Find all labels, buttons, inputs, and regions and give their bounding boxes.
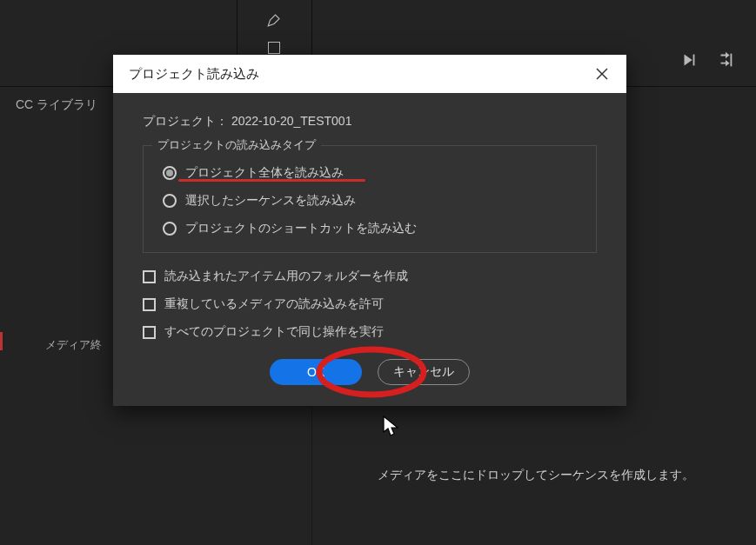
svg-rect-1 xyxy=(731,54,733,67)
radio-import-selected-sequences[interactable]: 選択したシーケンスを読み込み xyxy=(163,193,577,209)
transport-controls xyxy=(679,50,735,72)
radio-icon xyxy=(163,222,177,236)
cc-library-tab[interactable]: CC ライブラリ xyxy=(16,97,97,113)
svg-rect-0 xyxy=(693,55,695,66)
drop-media-hint: メディアをここにドロップしてシーケンスを作成します。 xyxy=(378,468,694,483)
checkbox-create-folder[interactable]: 読み込まれたアイテム用のフォルダーを作成 xyxy=(143,269,597,284)
radio-icon xyxy=(163,194,177,208)
cancel-button[interactable]: キャンセル xyxy=(378,359,470,385)
import-project-dialog: プロジェクト読み込み プロジェクト： 2022-10-20_TEST001 プロ… xyxy=(113,55,626,406)
checkbox-icon xyxy=(143,326,156,339)
checkbox-allow-duplicate-media[interactable]: 重複しているメディアの読み込みを許可 xyxy=(143,296,597,312)
annotation-underline xyxy=(178,179,365,182)
insert-icon[interactable] xyxy=(716,50,735,72)
ok-button[interactable]: OK xyxy=(270,359,362,385)
close-icon[interactable] xyxy=(590,62,614,86)
media-end-label: メディア終 xyxy=(45,337,102,353)
radio-icon xyxy=(163,166,177,180)
pen-tool-icon[interactable] xyxy=(261,7,287,33)
dialog-body: プロジェクト： 2022-10-20_TEST001 プロジェクトの読み込みタイ… xyxy=(113,93,626,406)
dialog-title: プロジェクト読み込み xyxy=(129,66,259,83)
radio-label: プロジェクトのショートカットを読み込む xyxy=(185,221,417,236)
checkbox-label: 重複しているメディアの読み込みを許可 xyxy=(164,296,384,312)
fieldset-legend: プロジェクトの読み込みタイプ xyxy=(152,137,321,153)
project-value: 2022-10-20_TEST001 xyxy=(231,114,352,128)
checkbox-icon xyxy=(143,270,156,283)
checkbox-label: 読み込まれたアイテム用のフォルダーを作成 xyxy=(164,269,408,284)
radio-label: 選択したシーケンスを読み込み xyxy=(185,193,356,209)
play-in-to-out-icon[interactable] xyxy=(679,50,699,72)
project-label: プロジェクト： xyxy=(143,114,228,128)
import-type-fieldset: プロジェクトの読み込みタイプ プロジェクト全体を読み込み 選択したシーケンスを読… xyxy=(143,145,597,253)
checkbox-label: すべてのプロジェクトで同じ操作を実行 xyxy=(164,324,384,340)
active-indicator xyxy=(0,332,3,350)
dialog-button-row: OK キャンセル xyxy=(143,359,597,385)
checkbox-icon xyxy=(143,298,156,311)
project-name-row: プロジェクト： 2022-10-20_TEST001 xyxy=(143,114,597,130)
radio-import-project-shortcut[interactable]: プロジェクトのショートカットを読み込む xyxy=(163,221,577,236)
checkbox-apply-all-projects[interactable]: すべてのプロジェクトで同じ操作を実行 xyxy=(143,324,597,340)
dialog-titlebar: プロジェクト読み込み xyxy=(113,55,626,93)
